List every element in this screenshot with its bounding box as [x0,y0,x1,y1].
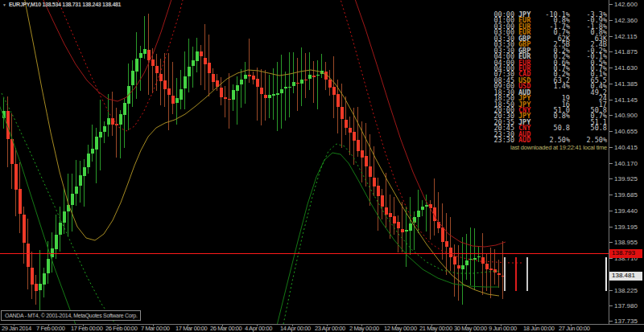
news-currency: JPY [518,100,536,106]
candle-body [192,60,195,66]
candle-body [147,50,151,60]
price-tick: 139.195 [609,223,638,231]
candle-body [332,87,336,96]
news-row: 00:00JPY-10.1%-3.3% [492,10,607,16]
mt4-chart-window: ▼ EURJPY,M10 138.534 138.731 138.243 138… [0,0,644,332]
candle-body [232,90,235,100]
news-row: 03:00EUR0.7%0.8% [492,28,607,34]
news-value1: 0.2% [536,70,570,76]
price-line-label: 138.793 [609,249,642,258]
news-row: 20:30JPY0.8%0.7% [492,112,607,117]
news-calendar-overlay: 00:00JPY-10.1%-3.3%01:00EUR0.8%-0.9%03:0… [492,10,607,151]
candle-body [75,186,78,194]
candle-body [139,53,142,58]
news-value2: -1.8% [570,23,607,28]
news-value1: 0.7% [536,28,570,34]
symbol-marker-icon: ▼ [2,2,6,7]
candle-body [296,83,299,84]
candle-body [477,256,481,258]
candle-body [292,82,295,86]
news-time: 04:00 [492,59,514,64]
news-row: 20:45CNY50.850.8 [492,124,607,129]
news-footer: last downloaded at 19:22:41 local time [492,144,607,151]
news-row: 01:00EUR0.8%-0.9% [492,16,607,22]
candle-body [63,211,66,223]
candle-body [284,87,287,88]
candle-body [341,107,344,119]
news-value1: 2.50% [536,136,570,141]
news-row: 20:35JPY51.1 [492,118,607,124]
news-row: 08:45USD63.265.5 [492,76,607,82]
news-time: 00:00 [492,10,514,16]
news-value1: 0.8% [536,112,570,117]
candle-body [397,222,400,228]
news-row: 03:30GBP62K63K [492,35,607,40]
time-tick: 23 Apr 00:00 [315,325,345,332]
news-value2: 2.4B [570,40,607,46]
candle-body [220,88,223,97]
candle-body [167,88,171,94]
candle-body [99,132,102,137]
price-tick: 137.735 [609,318,638,325]
news-value1: -1.7% [536,23,570,28]
news-time: 07:30 [492,70,514,76]
candle-body [481,257,485,264]
candle-body [143,49,147,53]
time-tick: 26 Feb 00:00 [105,325,137,332]
news-time: 20:30 [492,112,514,117]
news-value1: 62K [536,35,570,40]
news-time: 03:30 [492,40,514,46]
candle-body [465,260,469,264]
news-currency: JPY [518,10,536,16]
news-row: 09:00USD1.4%0.4% [492,82,607,88]
price-tick: 138.225 [609,287,638,294]
news-row: 20:00CNY51.050.8 [492,106,607,112]
price-tick: 141.875 [609,48,638,55]
candle-body [6,111,10,139]
candle-body [441,227,444,242]
price-tick: 142.600 [609,1,638,8]
news-time: 20:00 [492,106,514,112]
news-row: 18:30AUD49.2 [492,88,607,94]
candle-body [155,66,159,74]
candle-body [47,259,50,273]
candle-body [87,154,90,166]
candle-body [473,258,477,260]
news-currency: CNY [518,106,536,112]
news-value1: 1.4% [536,82,570,88]
news-time: 23:30 [492,136,514,141]
news-currency: JPY [518,94,536,100]
candle-body [272,94,275,96]
candle-body [433,207,436,221]
candle-body [95,137,98,150]
candle-body [151,59,155,66]
news-rows: 00:00JPY-10.1%-3.3%01:00EUR0.8%-0.9%03:0… [492,10,607,142]
candle-body [401,229,404,232]
price-tick: 140.900 [609,112,638,119]
news-time: 01:00 [492,16,514,22]
price-tick: 141.630 [609,64,638,72]
candle-body [200,51,203,57]
news-value2 [570,130,607,136]
candle-body [159,74,163,81]
news-value1: -10.1% [536,10,570,16]
time-axis[interactable]: 29 Jan 20147 Feb 00:0017 Feb 00:0026 Feb… [0,325,644,332]
time-tick: 30 May 00:00 [454,325,487,332]
news-currency: GBP [518,40,536,46]
news-row: 23:30AUD2.50%2.50% [492,136,607,141]
news-row: 04:00EUR0.6%0.5% [492,59,607,64]
news-value1: 0.8% [536,16,570,22]
candle-body [357,140,360,150]
candle-body [369,166,372,177]
candle-body [316,75,320,76]
news-row: 04:00EUR0.7%0.7% [492,64,607,70]
news-currency: USD [518,76,536,82]
news-currency: GBP [518,35,536,40]
candle-body [300,80,303,84]
news-currency: EUR [518,16,536,22]
time-tick: 7 Mar 00:00 [141,325,170,332]
time-tick: 17 Mar 00:00 [175,325,207,332]
candle-body [19,189,22,215]
news-time: 04:00 [492,64,514,70]
price-tick: 139.685 [609,191,638,199]
